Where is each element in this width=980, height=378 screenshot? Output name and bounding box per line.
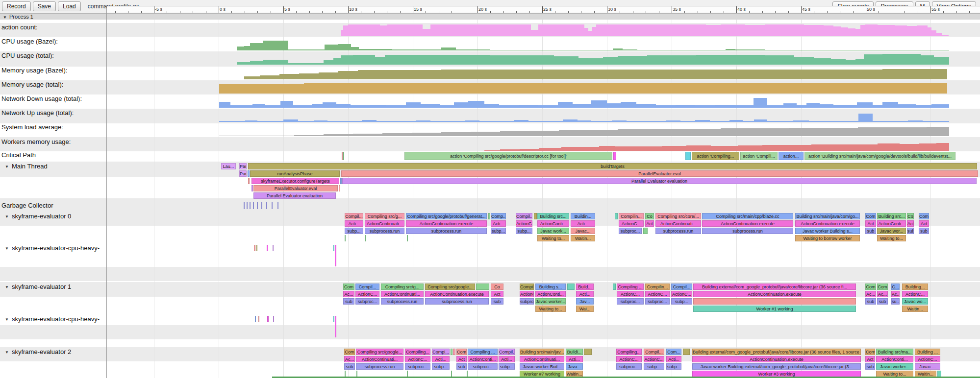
slice[interactable]: Waiting to... — [537, 235, 569, 241]
slice[interactable] — [335, 316, 336, 337]
slice[interactable] — [253, 202, 254, 209]
slice[interactable]: Parallel Evaluator evaluation — [253, 192, 336, 199]
slice[interactable]: Javac wo... — [902, 298, 928, 305]
slice[interactable]: subproc... — [520, 298, 534, 305]
slice[interactable]: action 'Compiling src/google/protobuf/de… — [404, 152, 612, 160]
slice[interactable] — [685, 152, 691, 160]
slice[interactable]: subp... — [345, 228, 363, 234]
slice[interactable]: Compi... — [432, 349, 450, 355]
slice[interactable]: Ac... — [891, 291, 900, 297]
slice[interactable]: Building src/main/jav... — [520, 349, 564, 355]
slice[interactable]: ActionContinuati... — [520, 356, 564, 362]
slice[interactable]: Javac worker Building s... — [795, 228, 860, 234]
slice[interactable]: subp... — [666, 363, 681, 370]
slice[interactable]: Compiling src/g... — [365, 213, 404, 219]
counter-chart-system-load-average[interactable] — [0, 123, 980, 137]
slice[interactable]: ActionC... — [645, 291, 670, 297]
slice[interactable]: ActionContinuation.execute — [692, 356, 861, 362]
slice[interactable]: Javac ... — [915, 363, 940, 370]
slice[interactable]: sub — [491, 298, 503, 305]
slice[interactable]: ActionContinuation.execute — [425, 291, 489, 297]
track-label-skyframe-evaluator-2[interactable]: ▼skyframe-evaluator 2 — [5, 348, 71, 355]
slice[interactable]: Javac wor... — [877, 228, 906, 234]
save-button[interactable]: Save — [33, 1, 56, 11]
slice[interactable] — [567, 284, 575, 290]
slice[interactable] — [343, 152, 344, 160]
slice[interactable]: skyframeExecutor.configureTargets — [251, 178, 339, 184]
slice[interactable] — [272, 202, 273, 209]
slice[interactable]: Compiling... — [616, 349, 642, 355]
slice[interactable]: Acti... — [571, 220, 595, 227]
slice[interactable]: Compiling ... — [617, 284, 644, 290]
slice[interactable] — [345, 235, 346, 241]
slice[interactable] — [254, 245, 255, 251]
slice[interactable]: Javac worker... — [876, 363, 913, 370]
collapse-arrow-icon[interactable]: ▼ — [5, 246, 9, 251]
slice[interactable]: ActionContinuati... — [655, 220, 701, 227]
slice[interactable]: subprocess.run — [381, 298, 424, 305]
slice[interactable]: Compiling ... — [468, 349, 498, 355]
slice[interactable]: Javac worker Buil... — [520, 363, 564, 370]
slice[interactable]: Java... — [566, 363, 583, 370]
slice[interactable]: Com — [865, 349, 875, 355]
slice[interactable]: Wai... — [576, 306, 594, 312]
slice[interactable]: Com — [343, 284, 354, 290]
slice[interactable]: subp... — [644, 363, 664, 370]
slice[interactable] — [534, 213, 537, 219]
slice[interactable]: Compiling... — [405, 349, 430, 355]
slice[interactable]: Lau... — [221, 163, 236, 169]
slice[interactable]: Com... — [666, 349, 681, 355]
slice[interactable]: subproc... — [645, 298, 670, 305]
slice[interactable]: Com — [865, 213, 876, 219]
slice[interactable]: Compil... — [671, 284, 692, 290]
slice[interactable]: Acti... — [499, 356, 515, 362]
collapse-arrow-icon[interactable]: ▼ — [5, 165, 9, 169]
slice[interactable]: Ac... — [877, 291, 888, 297]
slice[interactable]: Worker #1 working — [693, 306, 856, 312]
slice[interactable] — [258, 316, 259, 322]
slice[interactable]: Acti... — [491, 220, 506, 227]
slice[interactable]: Act — [919, 220, 929, 227]
slice[interactable]: sub — [877, 298, 888, 305]
slice[interactable]: sub — [907, 228, 914, 234]
slice[interactable]: Compilin... — [619, 213, 644, 219]
slice[interactable]: Compiling src/g... — [381, 284, 424, 290]
slice[interactable]: subproc... — [468, 363, 498, 370]
slice[interactable]: ActionContinuation.execute — [702, 220, 793, 227]
slice[interactable] — [273, 316, 274, 322]
slice[interactable]: ActionC... — [617, 291, 644, 297]
slice[interactable]: Building external/com_google_protobuf/ja… — [692, 349, 861, 355]
collapse-arrow-icon[interactable]: ▼ — [5, 317, 9, 322]
slice[interactable] — [683, 349, 690, 355]
slice[interactable] — [335, 245, 336, 266]
slice[interactable] — [342, 152, 343, 160]
slice[interactable]: sub — [865, 228, 876, 234]
slice[interactable] — [244, 202, 245, 209]
slice[interactable] — [407, 235, 408, 241]
track-label-main-thread[interactable]: ▼Main Thread — [5, 163, 48, 170]
slice[interactable]: subproc... — [617, 298, 644, 305]
slice[interactable]: subprocess.run — [655, 228, 701, 234]
slice[interactable]: ActionC... — [619, 220, 644, 227]
slice[interactable] — [613, 284, 616, 290]
slice[interactable] — [277, 202, 278, 209]
counter-chart-memory-usage-bazel[interactable] — [0, 66, 980, 80]
slice[interactable]: Act — [865, 220, 876, 227]
slice[interactable]: ActionC... — [520, 291, 534, 297]
slice[interactable]: Act — [456, 356, 467, 362]
slice[interactable]: Javac... — [571, 228, 595, 234]
slice[interactable]: subprocess.run — [702, 228, 793, 234]
slice[interactable]: Compilin... — [645, 284, 670, 290]
collapse-arrow-icon[interactable]: ▼ — [5, 285, 9, 289]
slice[interactable]: Waitin... — [571, 235, 595, 241]
slice[interactable]: Waiting to... — [877, 235, 906, 241]
slice[interactable] — [453, 349, 455, 355]
slice[interactable]: subp... — [491, 228, 506, 234]
slice[interactable]: Com — [456, 349, 467, 355]
slice[interactable]: Act — [907, 220, 914, 227]
slice[interactable]: Building src... — [537, 213, 569, 219]
slice[interactable]: Compil... — [644, 349, 664, 355]
slice[interactable]: C... — [891, 284, 900, 290]
slice[interactable]: Build... — [576, 284, 594, 290]
track-label-skyframe-evaluator-1[interactable]: ▼skyframe-evaluator 1 — [5, 283, 71, 290]
